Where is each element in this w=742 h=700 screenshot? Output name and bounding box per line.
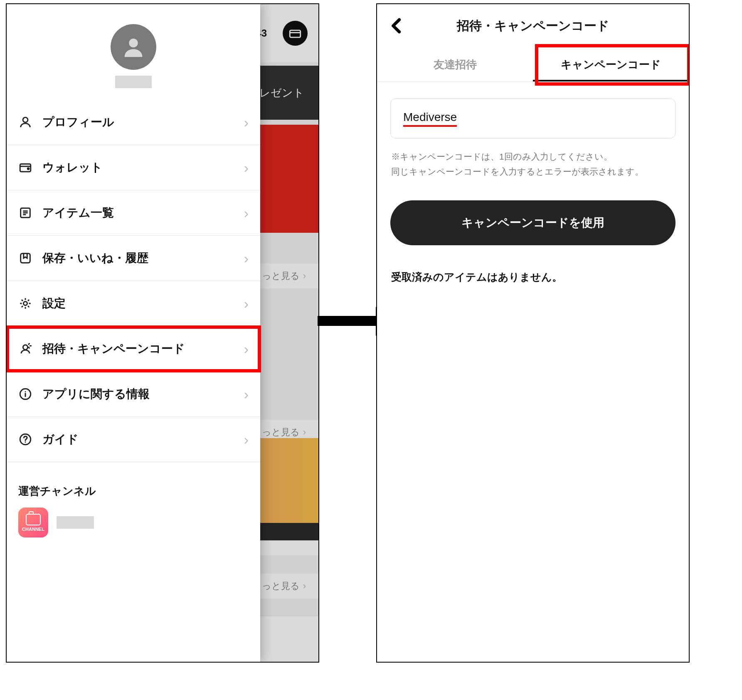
right-screen: 招待・キャンペーンコード 友達招待 キャンペーンコード Mediverse ※キ… xyxy=(376,3,690,663)
menu-label: アプリに関する情報 xyxy=(42,386,244,402)
menu-items[interactable]: アイテム一覧 › xyxy=(7,190,260,236)
wallet-icon xyxy=(18,160,32,175)
username-redacted xyxy=(115,76,152,88)
chevron-right-icon: › xyxy=(244,386,249,402)
use-code-button[interactable]: キャンペーンコードを使用 xyxy=(390,200,675,245)
menu-label: 設定 xyxy=(42,296,244,311)
menu-app-info[interactable]: アプリに関する情報 › xyxy=(7,372,260,417)
avatar-icon xyxy=(111,24,156,70)
profile-header[interactable] xyxy=(7,4,260,100)
channel-name-redacted xyxy=(57,516,94,529)
tab-invite[interactable]: 友達招待 xyxy=(377,47,533,81)
channel-icon: CHANNEL xyxy=(18,508,48,537)
info-icon xyxy=(18,387,32,401)
svg-rect-0 xyxy=(290,30,301,37)
bookmark-icon xyxy=(18,251,32,265)
menu-saved[interactable]: 保存・いいね・履歴 › xyxy=(7,236,260,281)
wallet-header-icon xyxy=(283,21,308,46)
invite-icon xyxy=(18,342,32,356)
svg-point-9 xyxy=(23,301,27,305)
svg-rect-8 xyxy=(21,254,30,263)
help-icon xyxy=(18,432,32,446)
back-button[interactable] xyxy=(388,17,406,35)
code-value: Mediverse xyxy=(403,111,457,127)
highlight-box xyxy=(535,44,690,86)
page-header: 招待・キャンペーンコード xyxy=(377,4,689,47)
menu-label: ウォレット xyxy=(42,160,244,175)
drawer-menu: プロフィール › ウォレット › アイテム一覧 › 保存・いいね・履歴 › xyxy=(7,100,260,462)
person-icon xyxy=(18,115,32,129)
menu-wallet[interactable]: ウォレット › xyxy=(7,145,260,190)
menu-label: 保存・いいね・履歴 xyxy=(42,250,244,266)
chevron-right-icon: › xyxy=(244,250,249,266)
chevron-right-icon: › xyxy=(244,205,249,221)
flow-arrow-icon xyxy=(318,316,378,326)
svg-point-12 xyxy=(25,391,26,392)
left-screen: 43 プレゼント もっと見る› もっと見る› り4日 と納税 まだ もっと見る›… xyxy=(6,3,319,663)
menu-label: ガイド xyxy=(42,431,244,447)
menu-guide[interactable]: ガイド › xyxy=(7,417,260,462)
chevron-right-icon: › xyxy=(244,114,249,131)
side-drawer: プロフィール › ウォレット › アイテム一覧 › 保存・いいね・履歴 › xyxy=(7,4,260,662)
chevron-right-icon: › xyxy=(244,341,249,357)
channel-section-title: 運営チャンネル xyxy=(7,462,260,508)
empty-state-label: 受取済みのアイテムはありません。 xyxy=(390,270,675,284)
chevron-right-icon: › xyxy=(244,160,249,176)
note-text: ※キャンペーンコードは、1回のみ入力してください。 同じキャンペーンコードを入力… xyxy=(391,149,675,179)
menu-invite-campaign[interactable]: 招待・キャンペーンコード › xyxy=(7,326,260,372)
menu-settings[interactable]: 設定 › xyxy=(7,281,260,326)
svg-point-10 xyxy=(23,345,27,350)
menu-label: アイテム一覧 xyxy=(42,205,244,221)
chevron-right-icon: › xyxy=(244,431,249,448)
page-title: 招待・キャンペーンコード xyxy=(457,17,609,35)
menu-label: プロフィール xyxy=(42,114,244,130)
channel-row[interactable]: CHANNEL xyxy=(7,508,260,537)
menu-profile[interactable]: プロフィール › xyxy=(7,100,260,145)
gear-icon xyxy=(18,296,32,311)
campaign-code-input[interactable]: Mediverse xyxy=(390,99,675,138)
svg-point-6 xyxy=(27,168,29,170)
svg-point-4 xyxy=(23,117,28,122)
list-icon xyxy=(18,206,32,220)
menu-label: 招待・キャンペーンコード xyxy=(42,341,244,357)
svg-point-14 xyxy=(25,441,26,443)
svg-point-3 xyxy=(129,39,138,47)
chevron-right-icon: › xyxy=(244,296,249,312)
